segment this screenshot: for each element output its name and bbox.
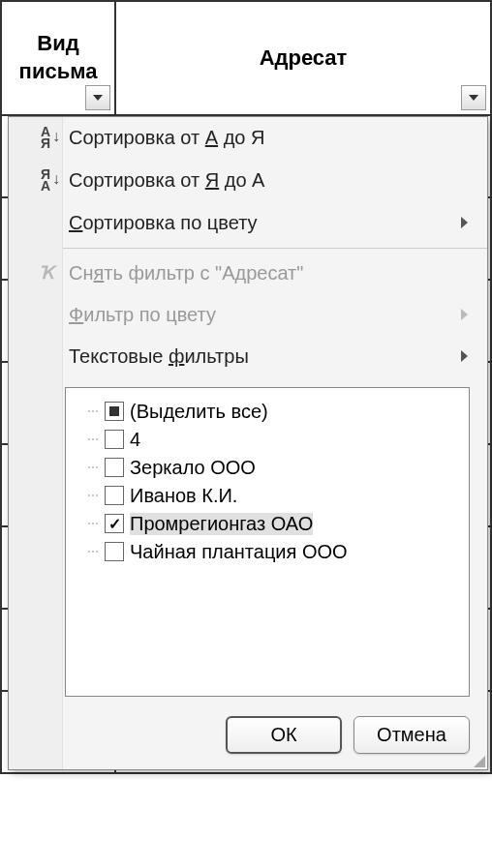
clear-filter-item: Ҡ Снять фильтр с "Адресат" bbox=[9, 253, 487, 294]
column-a-filter-dropdown[interactable] bbox=[85, 85, 110, 110]
filter-by-color-label: Фильтр по цвету bbox=[69, 304, 461, 326]
submenu-arrow-icon bbox=[461, 217, 468, 228]
filter-value-item[interactable]: ⋯Иванов К.И. bbox=[74, 482, 461, 510]
ok-button[interactable]: ОК bbox=[226, 716, 342, 754]
submenu-arrow-icon bbox=[461, 350, 468, 362]
select-all-item[interactable]: ⋯ (Выделить все) bbox=[74, 398, 461, 426]
sort-desc-label: Сортировка от Я до А bbox=[69, 169, 474, 192]
cancel-button[interactable]: Отмена bbox=[354, 716, 470, 754]
filter-value-item[interactable]: ⋯Чайная плантация ООО bbox=[74, 538, 461, 566]
dialog-buttons: ОК Отмена bbox=[9, 701, 487, 758]
filter-value-item[interactable]: ⋯Промрегионгаз ОАО bbox=[74, 510, 461, 538]
column-b-label: Адресат bbox=[260, 45, 348, 71]
col-a-line2: письма bbox=[19, 59, 98, 83]
filter-value-checkbox[interactable] bbox=[105, 514, 124, 533]
clear-filter-label: Снять фильтр с "Адресат" bbox=[69, 262, 474, 284]
sort-descending-item[interactable]: ЯА↓ Сортировка от Я до А bbox=[9, 160, 487, 202]
text-filters-item[interactable]: Текстовые фильтры bbox=[9, 336, 487, 377]
filter-value-label: Промрегионгаз ОАО bbox=[130, 513, 313, 535]
chevron-down-icon bbox=[93, 95, 103, 101]
sort-asc-label: Сортировка от А до Я bbox=[69, 127, 474, 149]
select-all-checkbox[interactable] bbox=[105, 402, 124, 421]
column-header-a: Вид письма bbox=[0, 2, 116, 114]
resize-grip-icon[interactable] bbox=[472, 754, 485, 767]
select-all-label: (Выделить все) bbox=[130, 401, 268, 423]
filter-by-color-item: Фильтр по цвету bbox=[9, 294, 487, 336]
text-filters-label: Текстовые фильтры bbox=[69, 345, 461, 368]
filter-value-label: Иванов К.И. bbox=[130, 485, 237, 507]
tree-connector: ⋯ bbox=[87, 433, 105, 446]
tree-connector: ⋯ bbox=[87, 489, 105, 502]
column-a-label: Вид письма bbox=[19, 30, 98, 85]
column-headers: Вид письма Адресат bbox=[0, 0, 492, 116]
filter-value-checkbox[interactable] bbox=[105, 430, 124, 449]
filter-value-item[interactable]: ⋯4 bbox=[74, 426, 461, 454]
sort-desc-icon: ЯА↓ bbox=[41, 169, 50, 193]
tree-connector: ⋯ bbox=[87, 545, 105, 558]
filter-value-checkbox[interactable] bbox=[105, 458, 124, 477]
clear-filter-icon: Ҡ bbox=[39, 262, 53, 284]
tree-connector: ⋯ bbox=[87, 404, 105, 418]
filter-values-list: ⋯ (Выделить все) ⋯4⋯Зеркало ООО⋯Иванов К… bbox=[65, 387, 470, 697]
sort-by-color-label: Сортировка по цвету bbox=[69, 212, 461, 234]
sort-by-color-item[interactable]: Сортировка по цвету bbox=[9, 202, 487, 244]
menu-separator bbox=[63, 248, 487, 249]
submenu-arrow-icon bbox=[461, 309, 468, 320]
column-header-b: Адресат bbox=[116, 2, 492, 114]
sort-asc-icon: АЯ↓ bbox=[41, 127, 50, 150]
filter-value-checkbox[interactable] bbox=[105, 542, 124, 561]
tree-connector: ⋯ bbox=[87, 517, 105, 530]
sort-ascending-item[interactable]: АЯ↓ Сортировка от А до Я bbox=[9, 117, 487, 160]
filter-value-item[interactable]: ⋯Зеркало ООО bbox=[74, 454, 461, 482]
filter-value-label: Чайная плантация ООО bbox=[130, 541, 348, 563]
filter-value-label: 4 bbox=[130, 429, 140, 451]
autofilter-dropdown-panel: АЯ↓ Сортировка от А до Я ЯА↓ Сортировка … bbox=[8, 116, 488, 770]
chevron-down-icon bbox=[469, 95, 478, 101]
column-b-filter-dropdown[interactable] bbox=[461, 85, 486, 110]
col-a-line1: Вид bbox=[37, 31, 78, 55]
filter-value-checkbox[interactable] bbox=[105, 486, 124, 505]
body-area: АЯ↓ Сортировка от А до Я ЯА↓ Сортировка … bbox=[0, 116, 492, 866]
filter-value-label: Зеркало ООО bbox=[130, 457, 256, 479]
tree-connector: ⋯ bbox=[87, 461, 105, 474]
